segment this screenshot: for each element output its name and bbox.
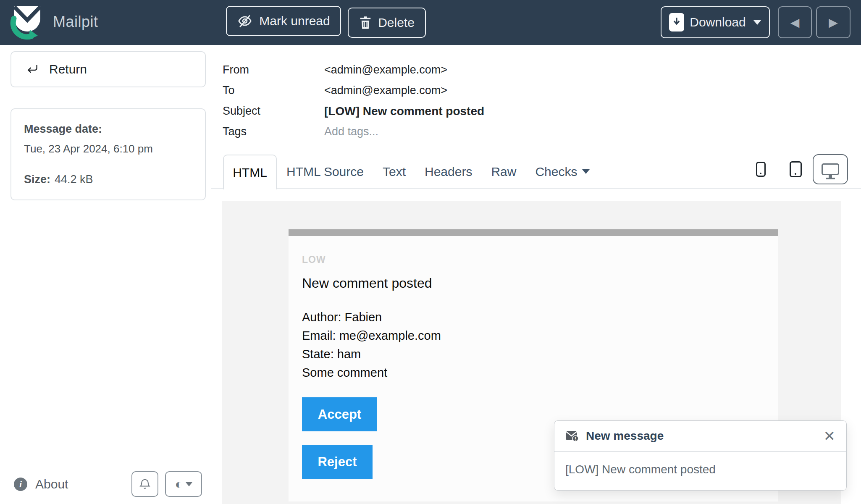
tab-html[interactable]: HTML <box>223 155 277 189</box>
arrow-left-icon: ◀ <box>790 16 800 29</box>
mailpit-logo-icon <box>10 3 45 40</box>
download-label: Download <box>690 15 746 29</box>
email-body-line: Email: me@example.com <box>302 326 761 345</box>
message-date-label: Message date: <box>24 123 192 136</box>
to-row: To <admin@example.com> <box>223 80 484 101</box>
new-message-toast: ! New message ✕ [LOW] New comment posted <box>554 420 847 491</box>
email-body-line: Some comment <box>302 363 761 382</box>
svg-text:!: ! <box>575 436 576 441</box>
tab-checks[interactable]: Checks <box>535 165 590 179</box>
from-value: <admin@example.com> <box>324 63 447 76</box>
email-body-line: Author: Fabien <box>302 308 761 326</box>
message-info-card: Message date: Tue, 23 Apr 2024, 6:10 pm … <box>10 108 206 200</box>
brand[interactable]: Mailpit <box>10 3 98 40</box>
message-headers: From <admin@example.com> To <admin@examp… <box>223 60 484 142</box>
tags-label: Tags <box>223 125 324 138</box>
chevron-down-icon <box>753 20 761 25</box>
accept-button[interactable]: Accept <box>302 397 377 431</box>
close-icon[interactable]: ✕ <box>824 429 836 443</box>
priority-badge: LOW <box>302 254 761 265</box>
arrow-right-icon: ▶ <box>829 16 838 29</box>
chevron-down-icon <box>582 169 590 174</box>
subject-value: [LOW] New comment posted <box>324 105 484 118</box>
preview-desktop-button[interactable] <box>813 154 848 184</box>
email-top-bar <box>289 229 778 236</box>
about-link[interactable]: i About <box>14 471 68 497</box>
email-body-line: State: ham <box>302 345 761 363</box>
trash-icon <box>359 16 372 29</box>
email-body: Author: Fabien Email: me@example.com Sta… <box>302 308 761 382</box>
envelope-exclamation-icon: ! <box>565 430 579 442</box>
top-navbar: Mailpit Mark unread Delete Downl <box>0 0 861 45</box>
size-label: Size: <box>24 173 50 186</box>
tab-html-source[interactable]: HTML Source <box>286 165 364 179</box>
email-heading: New comment posted <box>302 276 761 291</box>
size-value: 44.2 kB <box>55 173 93 186</box>
desktop-monitor-icon <box>822 163 839 175</box>
delete-button[interactable]: Delete <box>348 8 426 38</box>
mark-unread-label: Mark unread <box>259 14 330 28</box>
mark-unread-button[interactable]: Mark unread <box>226 6 341 36</box>
tags-row: Tags Add tags... <box>223 121 484 142</box>
message-date-value: Tue, 23 Apr 2024, 6:10 pm <box>24 142 192 155</box>
theme-toggle-button[interactable]: ◐ <box>165 471 202 497</box>
to-label: To <box>223 84 324 97</box>
notifications-button[interactable] <box>131 471 158 497</box>
subject-label: Subject <box>223 105 324 118</box>
preview-phone-button[interactable] <box>751 156 771 182</box>
from-label: From <box>223 63 324 76</box>
delete-label: Delete <box>378 16 415 30</box>
next-message-button[interactable]: ▶ <box>816 6 850 38</box>
bell-icon <box>138 478 152 491</box>
tablet-icon <box>790 161 802 177</box>
download-button[interactable]: Download <box>661 6 770 38</box>
download-icon <box>669 13 684 32</box>
message-size: Size:44.2 kB <box>24 173 192 186</box>
from-row: From <admin@example.com> <box>223 60 484 80</box>
preview-tablet-button[interactable] <box>785 155 806 183</box>
brand-name: Mailpit <box>53 13 98 31</box>
subject-row: Subject [LOW] New comment posted <box>223 101 484 121</box>
info-icon: i <box>14 478 27 491</box>
phone-icon <box>756 162 766 177</box>
return-arrow-icon <box>25 62 40 76</box>
toast-body: [LOW] New comment posted <box>554 452 846 487</box>
reject-button[interactable]: Reject <box>302 445 373 479</box>
toast-title: New message <box>586 429 816 443</box>
return-button[interactable]: Return <box>10 51 206 87</box>
to-value: <admin@example.com> <box>324 84 447 97</box>
tab-headers[interactable]: Headers <box>425 165 472 179</box>
chevron-down-icon <box>186 482 192 486</box>
theme-contrast-icon: ◐ <box>175 478 182 491</box>
tab-text[interactable]: Text <box>383 165 406 179</box>
tab-checks-label: Checks <box>535 165 577 179</box>
tags-input[interactable]: Add tags... <box>324 125 378 138</box>
eye-slash-icon <box>237 13 253 29</box>
return-label: Return <box>49 62 87 76</box>
about-label: About <box>35 477 68 491</box>
previous-message-button[interactable]: ◀ <box>778 6 812 38</box>
tab-raw[interactable]: Raw <box>491 165 516 179</box>
toast-header: ! New message ✕ <box>554 421 846 452</box>
